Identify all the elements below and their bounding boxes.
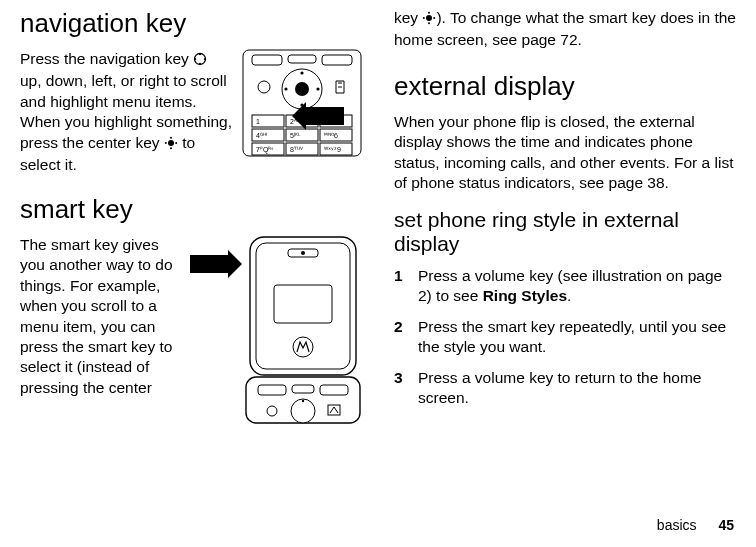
- svg-rect-48: [320, 385, 348, 395]
- cont-b: ). To change what the smart key does in …: [394, 9, 736, 48]
- svg-text:4ᴳᴴᴵ: 4ᴳᴴᴵ: [256, 132, 267, 139]
- svg-point-5: [295, 82, 309, 96]
- svg-rect-47: [292, 385, 314, 393]
- ring-style-steps: Press a volume key (see illustration on …: [394, 266, 736, 409]
- svg-text:ᴹᴺᴼ6: ᴹᴺᴼ6: [324, 132, 338, 139]
- step-1: Press a volume key (see illustration on …: [394, 266, 736, 307]
- svg-point-53: [426, 15, 432, 21]
- svg-point-51: [267, 406, 277, 416]
- svg-text:8ᵀᵁⱽ: 8ᵀᵁⱽ: [290, 146, 303, 153]
- nav-key-icon: [193, 51, 207, 71]
- svg-point-54: [428, 12, 430, 14]
- svg-point-50: [302, 400, 304, 402]
- svg-point-49: [291, 399, 315, 423]
- smart-key-illustration: [190, 235, 362, 425]
- nav-key-block: 12ᴬᴮᶜᴰᴱᶠ3 4ᴳᴴᴵ5ᴶᴷᴸᴹᴺᴼ6 7ᴾQᴿˢ8ᵀᵁⱽᵂˣʸᶻ9 Pr…: [20, 49, 362, 176]
- svg-point-55: [428, 22, 430, 24]
- svg-point-56: [423, 17, 425, 19]
- svg-point-31: [199, 63, 201, 65]
- svg-rect-43: [274, 285, 332, 323]
- right-column: key ). To change what the smart key does…: [394, 8, 736, 429]
- svg-point-32: [194, 58, 196, 60]
- svg-text:1: 1: [256, 118, 260, 125]
- phone-closed-image: [244, 235, 362, 425]
- external-display-paragraph: When your phone flip is closed, the exte…: [394, 112, 736, 194]
- step3-a: Press a volume key to return to the home…: [418, 368, 736, 409]
- svg-point-37: [165, 142, 167, 144]
- svg-text:7ᴾQᴿˢ: 7ᴾQᴿˢ: [256, 146, 274, 154]
- left-column: navigation key: [20, 8, 362, 429]
- center-key-icon: [164, 135, 178, 155]
- step-3: Press a volume key to return to the home…: [394, 368, 736, 409]
- svg-point-30: [199, 53, 201, 55]
- step-2: Press the smart key repeatedly, until yo…: [394, 317, 736, 358]
- svg-point-38: [175, 142, 177, 144]
- cont-a: key: [394, 9, 422, 26]
- arrow-right-icon: [190, 255, 230, 273]
- step1-b: Ring Styles: [483, 287, 567, 304]
- nav-key-illustration: 12ᴬᴮᶜᴰᴱᶠ3 4ᴳᴴᴵ5ᴶᴷᴸᴹᴺᴼ6 7ᴾQᴿˢ8ᵀᵁⱽᵂˣʸᶻ9: [242, 49, 362, 157]
- svg-point-6: [300, 71, 303, 74]
- footer-section-label: basics: [657, 517, 697, 533]
- svg-point-35: [170, 137, 172, 139]
- heading-external-display: external display: [394, 71, 736, 102]
- nav-text-b: up, down, left, or right to scroll and h…: [20, 72, 232, 150]
- svg-point-8: [284, 87, 287, 90]
- svg-point-42: [301, 251, 305, 255]
- heading-ring-style: set phone ring style in external display: [394, 208, 736, 256]
- svg-point-34: [168, 140, 174, 146]
- smart-key-block: The smart key gives you another way to d…: [20, 235, 362, 429]
- page-columns: navigation key: [0, 0, 756, 429]
- step1-c: .: [567, 287, 571, 304]
- svg-rect-2: [288, 55, 316, 63]
- center-key-icon: [422, 10, 436, 30]
- svg-point-33: [204, 58, 206, 60]
- step2-a: Press the smart key repeatedly, until yo…: [418, 317, 736, 358]
- smart-key-continued: key ). To change what the smart key does…: [394, 8, 736, 51]
- heading-smart-key: smart key: [20, 194, 362, 225]
- arrow-left-icon: [304, 107, 344, 125]
- heading-navigation-key: navigation key: [20, 8, 362, 39]
- nav-text-a: Press the navigation key: [20, 50, 193, 67]
- svg-point-36: [170, 147, 172, 149]
- svg-text:ᵂˣʸᶻ9: ᵂˣʸᶻ9: [324, 146, 341, 153]
- footer-page-number: 45: [718, 517, 734, 533]
- page-footer: basics 45: [657, 517, 734, 533]
- svg-point-10: [258, 81, 270, 93]
- svg-rect-46: [258, 385, 286, 395]
- svg-rect-3: [322, 55, 352, 65]
- svg-rect-1: [252, 55, 282, 65]
- svg-text:5ᴶᴷᴸ: 5ᴶᴷᴸ: [290, 132, 301, 139]
- svg-point-9: [316, 87, 319, 90]
